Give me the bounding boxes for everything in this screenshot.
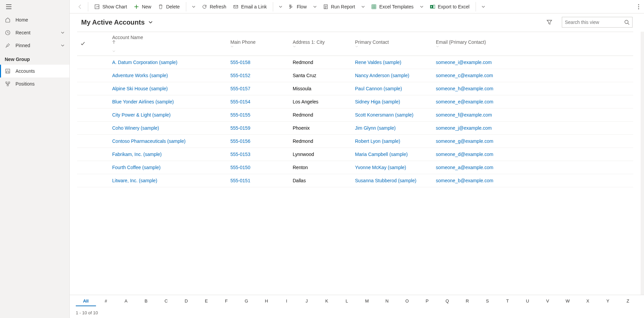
column-header-main-phone[interactable]: Main Phone	[227, 32, 289, 56]
account-name-link[interactable]: Coho Winery (sample)	[112, 125, 159, 131]
column-header-primary-contact[interactable]: Primary Contact	[352, 32, 432, 56]
delete-button[interactable]: Delete	[155, 0, 183, 13]
alpha-filter-y[interactable]: Y	[598, 296, 618, 306]
contact-link[interactable]: Paul Cannon (sample)	[355, 86, 402, 91]
row-selector[interactable]	[77, 148, 94, 161]
contact-link[interactable]: Susanna Stubberod (sample)	[355, 178, 416, 183]
row-selector[interactable]	[77, 135, 94, 148]
account-name-link[interactable]: Adventure Works (sample)	[112, 73, 168, 78]
alpha-filter-f[interactable]: F	[216, 296, 236, 306]
alpha-filter-h[interactable]: H	[256, 296, 277, 306]
row-selector[interactable]	[77, 95, 94, 108]
account-name-link[interactable]: Litware, Inc. (sample)	[112, 178, 157, 183]
row-selector[interactable]	[77, 161, 94, 174]
table-row[interactable]: A. Datum Corporation (sample)555-0158Red…	[77, 56, 633, 69]
alpha-filter-q[interactable]: Q	[437, 296, 457, 306]
alpha-filter-v[interactable]: V	[538, 296, 558, 306]
alpha-filter-m[interactable]: M	[357, 296, 377, 306]
new-button[interactable]: New	[130, 0, 155, 13]
account-name-link[interactable]: Fabrikam, Inc. (sample)	[112, 152, 162, 157]
account-name-link[interactable]: Blue Yonder Airlines (sample)	[112, 99, 174, 104]
table-row[interactable]: Adventure Works (sample)555-0152Santa Cr…	[77, 69, 633, 82]
contact-link[interactable]: Scott Konersmann (sample)	[355, 112, 414, 118]
run-report-dropdown[interactable]	[358, 5, 368, 9]
row-selector[interactable]	[77, 174, 94, 187]
select-all-column[interactable]	[77, 32, 94, 56]
show-chart-button[interactable]: Show Chart	[91, 0, 130, 13]
alpha-filter-j[interactable]: J	[297, 296, 317, 306]
row-selector[interactable]	[77, 69, 94, 82]
phone-link[interactable]: 555-0158	[230, 60, 250, 65]
excel-templates-dropdown[interactable]	[417, 5, 426, 9]
alpha-filter-#[interactable]: #	[96, 296, 116, 306]
search-input[interactable]	[565, 20, 624, 25]
alpha-filter-o[interactable]: O	[397, 296, 417, 306]
delete-dropdown[interactable]	[189, 5, 198, 9]
alpha-filter-z[interactable]: Z	[618, 296, 638, 306]
table-row[interactable]: Blue Yonder Airlines (sample)555-0154Los…	[77, 95, 633, 108]
email-link[interactable]: someone_d@example.com	[436, 152, 493, 157]
account-name-link[interactable]: City Power & Light (sample)	[112, 112, 171, 118]
contact-link[interactable]: Robert Lyon (sample)	[355, 138, 400, 144]
alpha-filter-n[interactable]: N	[377, 296, 397, 306]
table-row[interactable]: Fourth Coffee (sample)555-0150RentonYvon…	[77, 161, 633, 174]
flow-button[interactable]: Flow	[285, 0, 310, 13]
alpha-filter-t[interactable]: T	[497, 296, 518, 306]
phone-link[interactable]: 555-0151	[230, 178, 250, 183]
column-header-account-name[interactable]: Account Name	[94, 32, 227, 56]
email-link-button[interactable]: Email a Link	[230, 0, 270, 13]
table-row[interactable]: Coho Winery (sample)555-0159PhoenixJim G…	[77, 122, 633, 135]
alpha-filter-s[interactable]: S	[477, 296, 497, 306]
email-link[interactable]: someone_h@example.com	[436, 86, 493, 91]
row-selector[interactable]	[77, 122, 94, 135]
run-report-button[interactable]: Run Report	[320, 0, 359, 13]
sidebar-item-accounts[interactable]: Accounts	[0, 65, 69, 77]
phone-link[interactable]: 555-0152	[230, 73, 250, 78]
row-selector[interactable]	[77, 56, 94, 69]
refresh-button[interactable]: Refresh	[198, 0, 230, 13]
contact-link[interactable]: Yvonne McKay (sample)	[355, 165, 406, 170]
phone-link[interactable]: 555-0153	[230, 152, 250, 157]
contact-link[interactable]: Sidney Higa (sample)	[355, 99, 400, 104]
email-link[interactable]: someone_j@example.com	[436, 125, 492, 131]
sidebar-item-home[interactable]: Home	[0, 13, 69, 26]
phone-link[interactable]: 555-0156	[230, 138, 250, 144]
phone-link[interactable]: 555-0157	[230, 86, 250, 91]
row-selector[interactable]	[77, 108, 94, 122]
alpha-filter-g[interactable]: G	[236, 296, 257, 306]
alpha-filter-d[interactable]: D	[176, 296, 196, 306]
phone-link[interactable]: 555-0155	[230, 112, 250, 118]
email-link[interactable]: someone_c@example.com	[436, 73, 493, 78]
phone-link[interactable]: 555-0159	[230, 125, 250, 131]
search-box[interactable]	[562, 17, 633, 28]
alpha-filter-e[interactable]: E	[196, 296, 217, 306]
alpha-filter-c[interactable]: C	[156, 296, 176, 306]
hamburger-menu-button[interactable]	[2, 0, 15, 13]
email-link[interactable]: someone_g@example.com	[436, 138, 493, 144]
table-row[interactable]: Fabrikam, Inc. (sample)555-0153LynnwoodM…	[77, 148, 633, 161]
email-link[interactable]: someone_e@example.com	[436, 99, 493, 104]
row-selector[interactable]	[77, 82, 94, 95]
alpha-filter-u[interactable]: U	[517, 296, 538, 306]
alpha-filter-x[interactable]: X	[578, 296, 598, 306]
sidebar-item-positions[interactable]: Positions	[0, 77, 69, 90]
contact-link[interactable]: Rene Valdes (sample)	[355, 60, 401, 65]
export-excel-dropdown[interactable]	[479, 5, 488, 9]
table-row[interactable]: Litware, Inc. (sample)555-0151DallasSusa…	[77, 174, 633, 187]
excel-templates-button[interactable]: Excel Templates	[368, 0, 417, 13]
email-link[interactable]: someone_b@example.com	[436, 178, 493, 183]
contact-link[interactable]: Jim Glynn (sample)	[355, 125, 396, 131]
sidebar-item-pinned[interactable]: Pinned	[0, 39, 69, 52]
alpha-filter-p[interactable]: P	[417, 296, 437, 306]
phone-link[interactable]: 555-0150	[230, 165, 250, 170]
table-row[interactable]: Alpine Ski House (sample)555-0157Missoul…	[77, 82, 633, 95]
email-link-dropdown[interactable]	[276, 5, 285, 9]
alpha-filter-i[interactable]: I	[277, 296, 297, 306]
column-header-city[interactable]: Address 1: City	[289, 32, 352, 56]
account-name-link[interactable]: A. Datum Corporation (sample)	[112, 60, 178, 65]
view-selector[interactable]: My Active Accounts	[81, 19, 153, 26]
alpha-filter-k[interactable]: K	[317, 296, 337, 306]
alpha-filter-a[interactable]: A	[116, 296, 136, 306]
flow-dropdown[interactable]	[310, 5, 320, 9]
alpha-filter-w[interactable]: W	[558, 296, 578, 306]
